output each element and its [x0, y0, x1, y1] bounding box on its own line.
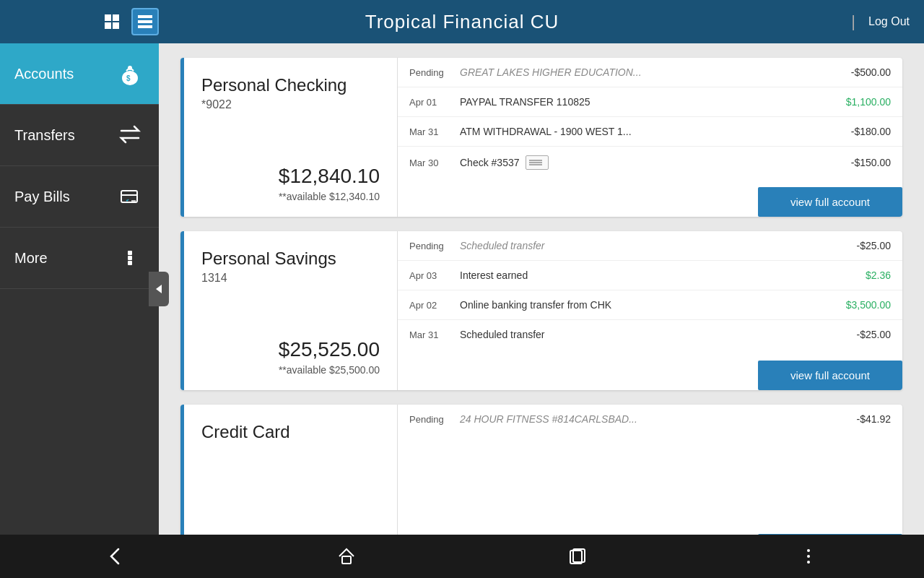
svg-rect-14	[128, 256, 132, 260]
tx-description: PAYPAL TRANSFER 110825	[460, 96, 826, 108]
sidebar: Accounts $ Transfers Pay Bills	[0, 43, 159, 535]
account-name: Personal Checking	[201, 75, 380, 95]
account-summary-1: Personal Savings1314$25,525.00**availabl…	[180, 231, 397, 390]
svg-rect-17	[342, 556, 351, 564]
tx-date: Mar 31	[409, 329, 460, 340]
tx-date: Apr 02	[409, 300, 460, 311]
account-balance	[201, 525, 380, 535]
transaction-list: PendingGREAT LAKES HIGHER EDUCATION...-$…	[397, 58, 902, 217]
tx-description: GREAT LAKES HIGHER EDUCATION...	[460, 66, 826, 78]
account-card-personal-savings: Personal Savings1314$25,525.00**availabl…	[180, 231, 902, 390]
accounts-icon: $	[116, 59, 144, 88]
tx-date: Pending	[409, 241, 460, 251]
tx-amount: -$180.00	[826, 126, 891, 137]
transaction-list: PendingScheduled transfer-$25.00Apr 03In…	[397, 231, 902, 390]
view-full-account-button[interactable]: view full account	[758, 187, 902, 217]
svg-marker-16	[156, 285, 162, 293]
logout-button[interactable]: Log Out	[868, 15, 910, 28]
main-content: Accounts $ Transfers Pay Bills	[0, 43, 924, 535]
svg-rect-2	[105, 22, 111, 29]
top-bar: Tropical Financial CU | Log Out	[0, 0, 924, 43]
svg-rect-13	[128, 251, 132, 255]
sidebar-item-paybills[interactable]: Pay Bills	[0, 166, 159, 228]
sidebar-item-more[interactable]: More	[0, 228, 159, 289]
svg-rect-0	[105, 14, 111, 21]
svg-rect-4	[138, 15, 152, 18]
accounts-panel: Personal Checking*9022$12,840.10**availa…	[159, 43, 924, 535]
account-summary-2: Credit Card	[180, 405, 397, 535]
grid-view-icon[interactable]	[98, 8, 126, 35]
table-row: Pending24 HOUR FITNESS #814CARLSBAD...-$…	[398, 405, 902, 434]
more-options-button[interactable]	[787, 542, 830, 571]
svg-text:$: $	[126, 74, 131, 82]
account-available: **available $12,340.10	[201, 191, 380, 202]
tx-description: Online banking transfer from CHK	[460, 299, 826, 311]
account-available: **available $25,500.00	[201, 364, 380, 376]
back-button[interactable]	[94, 542, 137, 571]
tx-amount: -$25.00	[826, 329, 891, 340]
sidebar-paybills-label: Pay Bills	[14, 189, 70, 205]
recent-apps-button[interactable]	[556, 542, 599, 571]
table-row: Apr 02Online banking transfer from CHK$3…	[398, 290, 902, 320]
more-icon	[116, 243, 144, 272]
tx-date: Apr 03	[409, 270, 460, 281]
tx-amount: $3,500.00	[826, 299, 891, 311]
account-summary-0: Personal Checking*9022$12,840.10**availa…	[180, 58, 397, 217]
account-name: Credit Card	[201, 422, 380, 442]
account-balance: $12,840.10	[201, 143, 380, 188]
tx-description: ATM WITHDRAWAL - 1900 WEST 1...	[460, 126, 826, 137]
tx-amount: $2.36	[826, 269, 891, 281]
svg-rect-1	[113, 14, 119, 21]
sidebar-transfers-label: Transfers	[14, 127, 75, 144]
svg-point-22	[807, 561, 810, 564]
sidebar-more-label: More	[14, 250, 48, 267]
tx-date: Mar 31	[409, 126, 460, 137]
check-image-icon	[526, 155, 549, 170]
tx-date: Mar 30	[409, 158, 460, 168]
account-number: 1314	[201, 272, 380, 285]
transfers-icon	[116, 121, 144, 150]
app-title: Tropical Financial CU	[159, 11, 765, 33]
tx-amount: -$25.00	[826, 240, 891, 251]
tx-description: Scheduled transfer	[460, 240, 826, 251]
table-row: Mar 31Scheduled transfer-$25.00	[398, 320, 902, 349]
sidebar-accounts-label: Accounts	[14, 66, 74, 82]
account-name: Personal Savings	[201, 249, 380, 269]
tx-amount: $1,100.00	[826, 96, 891, 108]
svg-point-21	[807, 555, 810, 558]
sidebar-item-accounts[interactable]: Accounts $	[0, 43, 159, 105]
account-card-personal-checking: Personal Checking*9022$12,840.10**availa…	[180, 58, 902, 217]
transaction-list: Pending24 HOUR FITNESS #814CARLSBAD...-$…	[397, 405, 902, 535]
tx-description: Interest earned	[460, 269, 826, 281]
paybills-icon	[116, 182, 144, 211]
table-row: Mar 30Check #3537-$150.00	[398, 147, 902, 178]
view-full-account-button[interactable]: view full account	[758, 361, 902, 390]
svg-rect-15	[128, 261, 132, 265]
list-view-icon[interactable]	[131, 8, 159, 35]
svg-rect-6	[138, 25, 152, 28]
tx-amount: -$41.92	[826, 413, 891, 425]
svg-point-8	[128, 66, 132, 70]
tx-description: 24 HOUR FITNESS #814CARLSBAD...	[460, 413, 826, 425]
tx-amount: -$500.00	[826, 66, 891, 78]
tx-description: Check #3537	[460, 155, 826, 170]
home-button[interactable]	[325, 542, 368, 571]
svg-point-20	[807, 549, 810, 552]
tx-description: Scheduled transfer	[460, 329, 826, 340]
divider: |	[851, 12, 855, 31]
sidebar-item-transfers[interactable]: Transfers	[0, 105, 159, 166]
tx-amount: -$150.00	[826, 157, 891, 168]
bottom-bar	[0, 535, 924, 578]
svg-rect-5	[138, 20, 152, 23]
account-balance: $25,525.00	[201, 316, 380, 361]
table-row: PendingScheduled transfer-$25.00	[398, 231, 902, 261]
table-row: PendingGREAT LAKES HIGHER EDUCATION...-$…	[398, 58, 902, 87]
svg-rect-3	[113, 22, 119, 29]
tx-date: Pending	[409, 67, 460, 78]
table-row: Apr 01PAYPAL TRANSFER 110825$1,100.00	[398, 87, 902, 117]
tx-date: Apr 01	[409, 97, 460, 108]
table-row: Mar 31ATM WITHDRAWAL - 1900 WEST 1...-$1…	[398, 117, 902, 147]
sidebar-collapse-button[interactable]	[149, 272, 169, 306]
account-card-credit-card: Credit CardPending24 HOUR FITNESS #814CA…	[180, 405, 902, 535]
tx-date: Pending	[409, 414, 460, 425]
